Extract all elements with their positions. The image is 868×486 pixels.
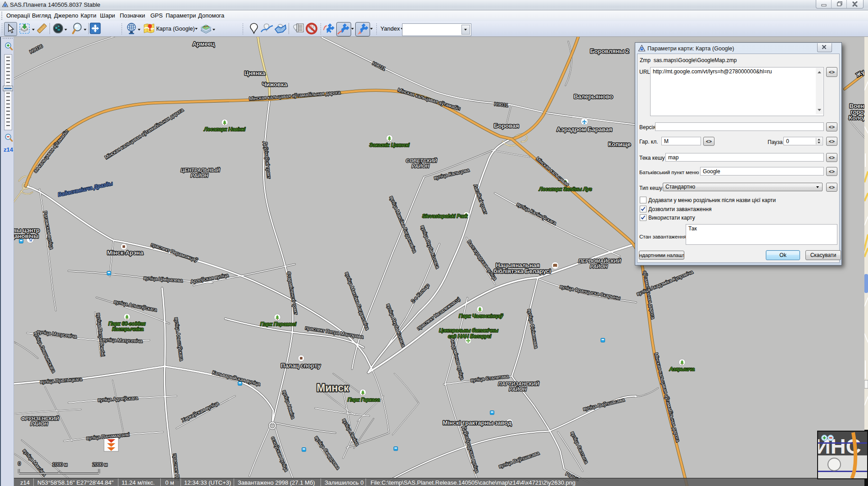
svg-text:Цэнтральны батанічны: Цэнтральны батанічны — [439, 328, 498, 333]
svg-text:Мінскі трактарны завод: Мінскі трактарны завод — [443, 419, 512, 426]
svg-text:Парк Горкага: Парк Горкага — [348, 397, 380, 402]
svg-text:Аэрадром Баравая: Аэрадром Баравая — [556, 126, 612, 133]
svg-text:Мінск-Арэна: Мінск-Арэна — [107, 249, 144, 256]
svg-text:Парк Чалюскінцаў: Парк Чалюскінцаў — [459, 313, 503, 319]
svg-text:бібліятэка Беларусі: бібліятэка Беларусі — [493, 268, 551, 274]
svg-text:Валерьяново: Валерьяново — [574, 93, 613, 100]
svg-text:Палац спорту: Палац спорту — [281, 362, 321, 369]
svg-text:ЦЕНТРАЛЬНЫЙ: ЦЕНТРАЛЬНЫЙ — [181, 167, 221, 173]
svg-text:2000 м: 2000 м — [92, 462, 108, 467]
svg-text:z14: z14 — [4, 146, 14, 153]
svg-text:Минск: Минск — [316, 382, 349, 394]
svg-text:Цнянка: Цнянка — [244, 70, 266, 76]
svg-text:ПЕРВОМАЙСКИЙ: ПЕРВОМАЙСКИЙ — [579, 258, 621, 264]
svg-text:Азярышча: Азярышча — [669, 366, 695, 372]
svg-text:Парк 60-годдзя: Парк 60-годдзя — [108, 321, 146, 326]
svg-text:Sievastopalski Park: Sievastopalski Park — [422, 213, 468, 219]
svg-text:РАЙОН: РАЙОН — [590, 264, 608, 269]
svg-text:Боровая: Боровая — [494, 122, 519, 129]
svg-text:СОВЕТСКИЙ: СОВЕТСКИЙ — [406, 158, 437, 163]
svg-text:ПАРТИЗАНСКИЙ: ПАРТИЗАНСКИЙ — [498, 381, 540, 387]
svg-text:Чижовка: Чижовка — [262, 81, 287, 88]
svg-text:Копище: Копище — [608, 141, 631, 148]
svg-text:Парк Перамогі: Парк Перамогі — [260, 321, 296, 327]
svg-text:РАЙОН: РАЙОН — [191, 173, 209, 178]
svg-text:РАЙОН: РАЙОН — [509, 387, 527, 392]
svg-text:Колод: Колод — [849, 114, 864, 121]
svg-text:Боровляны 2: Боровляны 2 — [590, 48, 629, 54]
svg-text:1000 м: 1000 м — [52, 462, 68, 467]
svg-text:РАЙОН: РАЙОН — [31, 421, 49, 427]
svg-text:сад НАН Беларусі: сад НАН Беларусі — [448, 333, 491, 339]
svg-text:Лесапарк Навінкі: Лесапарк Навінкі — [203, 126, 245, 132]
svg-text:РАЙОН: РАЙОН — [412, 163, 430, 169]
svg-text:Кастрычніка: Кастрычніка — [112, 326, 144, 332]
svg-text:дановічы: дановічы — [14, 233, 39, 239]
svg-text:Армеец: Армеец — [192, 40, 214, 47]
svg-text:Лесапарк Зялёны Луг: Лесапарк Зялёны Луг — [538, 186, 592, 192]
svg-text:ФРУНЗЕНСКИЙ: ФРУНЗЕНСКИЙ — [21, 416, 59, 421]
svg-text:Заказнік Цнянскі: Заказнік Цнянскі — [370, 142, 410, 148]
svg-text:0: 0 — [18, 461, 21, 466]
